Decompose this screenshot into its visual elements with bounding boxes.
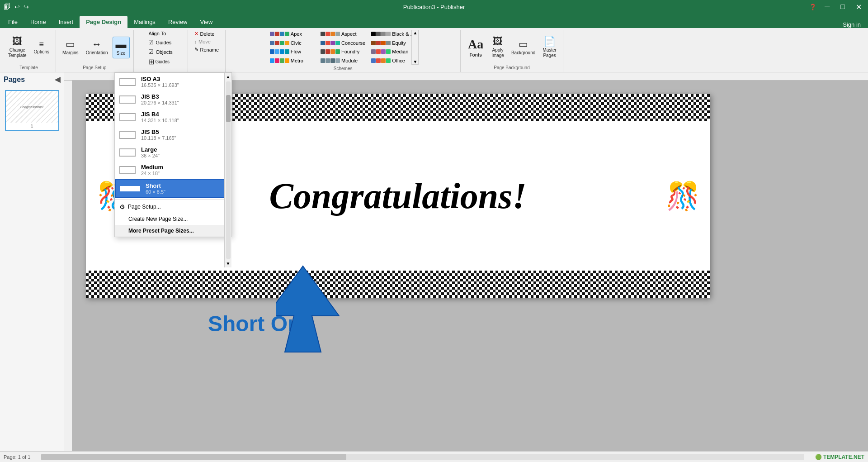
align-to-button[interactable]: Align To bbox=[146, 30, 175, 37]
margins-button[interactable]: ▭ Margins bbox=[60, 38, 81, 57]
median-swatch-4 bbox=[386, 49, 391, 54]
foundry-swatch-2 bbox=[326, 49, 330, 54]
options-button[interactable]: ≡ Options bbox=[31, 38, 52, 57]
black-swatch-2 bbox=[376, 32, 381, 36]
guides-group: Align To Guides Objects ⊞ Guides bbox=[134, 30, 188, 72]
tab-file[interactable]: File bbox=[2, 16, 24, 28]
size-item-medium[interactable]: Medium 24 × 18" bbox=[115, 161, 231, 179]
median-swatches bbox=[371, 49, 391, 54]
tab-review[interactable]: Review bbox=[162, 16, 194, 28]
delete-button[interactable]: ✕ Delete bbox=[192, 30, 217, 38]
size-item-iso-a3[interactable]: ISO A3 16.535 × 11.693" bbox=[115, 73, 231, 90]
more-preset-action[interactable]: More Preset Page Sizes... bbox=[115, 225, 231, 237]
page-background-group: Aa Fonts 🖼 ApplyImage ▭ Background 📄 Mas… bbox=[461, 30, 563, 72]
metro-swatch-2 bbox=[275, 58, 279, 63]
scheme-aspect[interactable]: Aspect bbox=[318, 30, 368, 38]
dropdown-scroll-up[interactable]: ▲ bbox=[225, 73, 232, 81]
objects-check-button[interactable]: Objects bbox=[146, 48, 175, 56]
pages-panel-collapse-button[interactable]: ◀ bbox=[55, 75, 60, 84]
iso-a3-dims: 16.535 × 11.693" bbox=[141, 82, 179, 88]
create-new-label: Create New Page Size... bbox=[119, 216, 188, 222]
background-button[interactable]: ▭ Background bbox=[509, 38, 538, 57]
scheme-civic[interactable]: Civic bbox=[267, 39, 317, 48]
help-icon[interactable]: ❓ bbox=[809, 4, 816, 10]
module-swatch-4 bbox=[335, 58, 340, 63]
dropdown-scroll-down[interactable]: ▼ bbox=[225, 260, 232, 267]
schemes-scroll-up[interactable]: ▲ bbox=[413, 30, 417, 35]
office-swatch-3 bbox=[381, 58, 386, 63]
page-setup-action[interactable]: ⚙ Page Setup... bbox=[115, 200, 231, 213]
change-template-button[interactable]: 🖼 ChangeTemplate bbox=[5, 35, 29, 60]
restore-button[interactable]: □ bbox=[838, 3, 848, 11]
office-swatch-4 bbox=[386, 58, 391, 63]
guides-check-button[interactable]: Guides bbox=[146, 38, 175, 47]
black-swatch-1 bbox=[371, 32, 376, 36]
align-group: Align To Guides Objects bbox=[146, 30, 175, 56]
civic-swatch-2 bbox=[275, 41, 279, 45]
change-template-icon: 🖼 bbox=[12, 37, 22, 47]
iso-a3-info: ISO A3 16.535 × 11.693" bbox=[141, 76, 179, 88]
scheme-apex[interactable]: Apex bbox=[267, 30, 317, 38]
size-item-jis-b3[interactable]: JIS B3 20.276 × 14.331" bbox=[115, 90, 231, 108]
ribbon: 🖼 ChangeTemplate ≡ Options Template ▭ Ma… bbox=[0, 28, 868, 72]
black-swatch-4 bbox=[386, 32, 391, 36]
orientation-button[interactable]: ↔ Orientation bbox=[83, 38, 111, 57]
size-item-jis-b4[interactable]: JIS B4 14.331 × 10.118" bbox=[115, 108, 231, 126]
flow-swatches bbox=[270, 49, 289, 54]
median-swatch-3 bbox=[381, 49, 386, 54]
orientation-icon: ↔ bbox=[92, 39, 102, 49]
create-new-page-size-action[interactable]: Create New Page Size... bbox=[115, 213, 231, 225]
minimize-button[interactable]: ─ bbox=[822, 3, 832, 11]
scheme-metro[interactable]: Metro bbox=[267, 57, 317, 65]
dropdown-scroll-thumb[interactable] bbox=[226, 95, 231, 122]
tab-mailings[interactable]: Mailings bbox=[127, 16, 162, 28]
scheme-foundry[interactable]: Foundry bbox=[318, 48, 368, 56]
size-item-large[interactable]: Large 36 × 24" bbox=[115, 143, 231, 161]
apply-image-button[interactable]: 🖼 ApplyImage bbox=[489, 35, 507, 60]
page-setup-label: Page Setup... bbox=[128, 204, 161, 210]
dropdown-divider bbox=[115, 199, 231, 200]
module-swatches bbox=[321, 58, 340, 63]
concourse-swatches bbox=[321, 41, 340, 45]
short-icon bbox=[120, 186, 140, 191]
tab-home[interactable]: Home bbox=[24, 16, 52, 28]
jis-b3-name: JIS B3 bbox=[141, 93, 179, 100]
aspect-label: Aspect bbox=[341, 31, 357, 37]
concourse-swatch-3 bbox=[330, 41, 335, 45]
schemes-scroll-down[interactable]: ▼ bbox=[413, 59, 417, 64]
rename-button[interactable]: ✎ Rename bbox=[192, 46, 222, 53]
quick-access-undo[interactable]: ↩ bbox=[14, 3, 20, 10]
guides-check-icon bbox=[148, 39, 154, 46]
quick-access-redo[interactable]: ↪ bbox=[24, 3, 29, 10]
margins-icon: ▭ bbox=[66, 39, 75, 49]
schemes-group: Apex Aspect bbox=[226, 30, 461, 72]
scheme-module[interactable]: Module bbox=[318, 57, 368, 65]
aspect-swatch-4 bbox=[335, 32, 340, 36]
objects-check-icon bbox=[148, 48, 154, 55]
ribbon-tabs: File Home Insert Page Design Mailings Re… bbox=[0, 14, 868, 28]
page-thumbnail-1[interactable]: Congratulations! 1 bbox=[5, 90, 59, 131]
pages-panel-title: Pages bbox=[4, 76, 25, 84]
size-dropdown: ISO A3 16.535 × 11.693" JIS B3 20.276 × … bbox=[114, 72, 232, 237]
scheme-concourse[interactable]: Concourse bbox=[318, 39, 368, 48]
guides-button[interactable]: ⊞ Guides bbox=[146, 57, 172, 66]
size-item-short[interactable]: Short 60 × 8.5" bbox=[115, 179, 231, 198]
master-pages-button[interactable]: 📄 MasterPages bbox=[540, 35, 559, 60]
aspect-swatch-3 bbox=[330, 32, 335, 36]
sign-in-button[interactable]: Sign in bbox=[843, 21, 868, 28]
iso-a3-icon bbox=[119, 78, 136, 86]
move-button[interactable]: ↕ Move bbox=[192, 38, 213, 45]
tab-page-design[interactable]: Page Design bbox=[80, 16, 127, 28]
metro-swatch-3 bbox=[280, 58, 284, 63]
zoom-thumb[interactable] bbox=[41, 454, 346, 460]
size-item-jis-b5[interactable]: JIS B5 10.118 × 7.165" bbox=[115, 126, 231, 143]
fonts-button[interactable]: Aa Fonts bbox=[464, 34, 487, 61]
edit-group: ✕ Delete ↕ Move ✎ Rename bbox=[188, 30, 226, 72]
size-button[interactable]: ▬ Size bbox=[113, 37, 130, 58]
iso-a3-name: ISO A3 bbox=[141, 76, 179, 82]
scheme-flow[interactable]: Flow bbox=[267, 48, 317, 56]
tab-view[interactable]: View bbox=[194, 16, 219, 28]
tab-insert[interactable]: Insert bbox=[52, 16, 80, 28]
jis-b3-icon bbox=[119, 95, 136, 104]
close-button[interactable]: ✕ bbox=[853, 3, 864, 11]
